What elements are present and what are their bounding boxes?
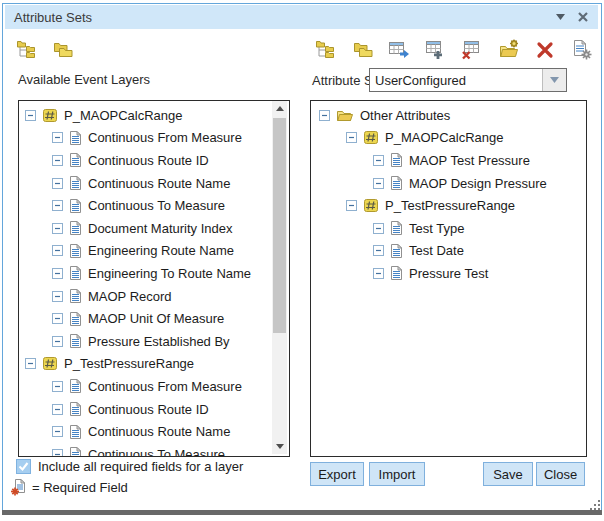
- table-export-icon[interactable]: [388, 39, 410, 61]
- collapse-expander-icon[interactable]: [346, 132, 357, 143]
- tree-item[interactable]: MAOP Unit Of Measure: [19, 307, 274, 330]
- scrollbar-thumb[interactable]: [273, 118, 286, 333]
- collapse-expander-icon[interactable]: [52, 404, 63, 415]
- tree-item[interactable]: Test Date: [311, 240, 586, 263]
- collapse-expander-icon[interactable]: [25, 110, 36, 121]
- expand-layer-tree-icon[interactable]: [315, 39, 337, 61]
- close-button[interactable]: Close: [536, 462, 585, 486]
- tree-item[interactable]: Engineering To Route Name: [19, 262, 274, 285]
- tree-item-label: Continuous From Measure: [88, 379, 242, 394]
- delete-icon[interactable]: [534, 39, 556, 61]
- export-button[interactable]: Export: [310, 462, 364, 486]
- collapse-expander-icon[interactable]: [52, 426, 63, 437]
- tree-item[interactable]: P_TestPressureRange: [19, 353, 274, 376]
- tree-item[interactable]: MAOP Design Pressure: [311, 172, 586, 195]
- tree-item-label: MAOP Unit Of Measure: [88, 311, 224, 326]
- tree-item-label: MAOP Test Pressure: [409, 153, 530, 168]
- collapse-expander-icon[interactable]: [52, 245, 63, 256]
- collapse-expander-icon[interactable]: [373, 155, 384, 166]
- include-required-fields-checkbox[interactable]: [16, 459, 31, 474]
- tree-item[interactable]: P_MAOPCalcRange: [311, 127, 586, 150]
- table-add-icon[interactable]: [425, 39, 447, 61]
- collapse-expander-icon[interactable]: [373, 268, 384, 279]
- properties-icon[interactable]: [571, 39, 593, 61]
- field-icon: [69, 243, 82, 259]
- tree-item[interactable]: Continuous Route Name: [19, 172, 274, 195]
- scrollbar[interactable]: [272, 101, 287, 454]
- attribute-set-combobox[interactable]: UserConfigured: [369, 68, 567, 92]
- tree-item[interactable]: MAOP Test Pressure: [311, 149, 586, 172]
- collapse-expander-icon[interactable]: [52, 155, 63, 166]
- collapse-expander-icon[interactable]: [52, 200, 63, 211]
- tree-item[interactable]: Engineering Route Name: [19, 240, 274, 263]
- attribute-sets-dialog: Attribute Sets Available Event Layers At…: [0, 0, 604, 521]
- event-layer-icon: [363, 130, 379, 145]
- collapse-folders-icon[interactable]: [352, 39, 374, 61]
- field-icon: [69, 265, 82, 281]
- collapse-expander-icon[interactable]: [373, 245, 384, 256]
- tree-item-label: Continuous Route Name: [88, 176, 230, 191]
- collapse-expander-icon[interactable]: [346, 200, 357, 211]
- tree-item[interactable]: P_MAOPCalcRange: [19, 104, 274, 127]
- dock-menu-icon[interactable]: [553, 10, 567, 24]
- field-icon: [69, 198, 82, 214]
- tree-item[interactable]: Document Maturity Index: [19, 217, 274, 240]
- available-layers-tree-panel[interactable]: P_MAOPCalcRangeContinuous From MeasureCo…: [18, 100, 290, 457]
- collapse-expander-icon[interactable]: [52, 291, 63, 302]
- collapse-expander-icon[interactable]: [52, 132, 63, 143]
- collapse-expander-icon[interactable]: [52, 313, 63, 324]
- collapse-expander-icon[interactable]: [25, 358, 36, 369]
- field-icon: [390, 175, 403, 191]
- tree-item-label: Continuous From Measure: [88, 130, 242, 145]
- collapse-expander-icon[interactable]: [373, 178, 384, 189]
- table-remove-icon[interactable]: [461, 39, 483, 61]
- collapse-expander-icon[interactable]: [52, 336, 63, 347]
- tree-item[interactable]: Continuous Route ID: [19, 149, 274, 172]
- tree-item-label: Continuous Route ID: [88, 402, 209, 417]
- include-required-fields-label: Include all required fields for a layer: [38, 459, 243, 474]
- collapse-expander-icon[interactable]: [52, 268, 63, 279]
- field-icon: [69, 130, 82, 146]
- titlebar[interactable]: Attribute Sets: [5, 5, 598, 29]
- folder-new-icon[interactable]: [498, 39, 520, 61]
- scroll-down-icon[interactable]: [272, 439, 287, 454]
- collapse-expander-icon[interactable]: [52, 381, 63, 392]
- import-button[interactable]: Import: [369, 462, 425, 486]
- tree-item-label: P_MAOPCalcRange: [385, 130, 504, 145]
- tree-item[interactable]: Continuous To Measure: [19, 194, 274, 217]
- tree-item[interactable]: Continuous From Measure: [19, 375, 274, 398]
- collapse-expander-icon[interactable]: [52, 178, 63, 189]
- attribute-set-tree-panel[interactable]: Other AttributesP_MAOPCalcRangeMAOP Test…: [310, 100, 587, 457]
- collapse-expander-icon[interactable]: [52, 223, 63, 234]
- toolbar-left-group: [16, 39, 74, 61]
- available-layers-label: Available Event Layers: [18, 72, 150, 87]
- tree-item[interactable]: Continuous From Measure: [19, 127, 274, 150]
- tree-item[interactable]: Test Type: [311, 217, 586, 240]
- tree-item[interactable]: MAOP Record: [19, 285, 274, 308]
- expand-layer-tree-icon[interactable]: [16, 39, 38, 61]
- collapse-folders-icon[interactable]: [52, 39, 74, 61]
- tree-item[interactable]: Continuous Route ID: [19, 398, 274, 421]
- tree-item-label: Continuous Route ID: [88, 153, 209, 168]
- close-icon[interactable]: [576, 10, 590, 24]
- resize-grip[interactable]: [586, 496, 602, 512]
- tree-item[interactable]: P_TestPressureRange: [311, 194, 586, 217]
- field-icon: [69, 333, 82, 349]
- tree-item[interactable]: Other Attributes: [311, 104, 586, 127]
- tree-item-label: Test Type: [409, 221, 464, 236]
- tree-item-label: P_TestPressureRange: [385, 198, 515, 213]
- field-icon: [390, 152, 403, 168]
- tree-item[interactable]: Continuous Route Name: [19, 420, 274, 443]
- tree-item[interactable]: Pressure Test: [311, 262, 586, 285]
- tree-item[interactable]: Pressure Established By: [19, 330, 274, 353]
- tree-item[interactable]: Continuous To Measure: [19, 443, 274, 457]
- dialog-title: Attribute Sets: [14, 10, 92, 25]
- collapse-expander-icon[interactable]: [373, 223, 384, 234]
- collapse-expander-icon[interactable]: [319, 110, 330, 121]
- collapse-expander-icon[interactable]: [52, 449, 63, 457]
- combobox-dropdown-button[interactable]: [542, 69, 566, 91]
- field-icon: [69, 378, 82, 394]
- scroll-up-icon[interactable]: [272, 101, 287, 116]
- chevron-down-icon: [550, 77, 559, 83]
- save-button[interactable]: Save: [483, 462, 533, 486]
